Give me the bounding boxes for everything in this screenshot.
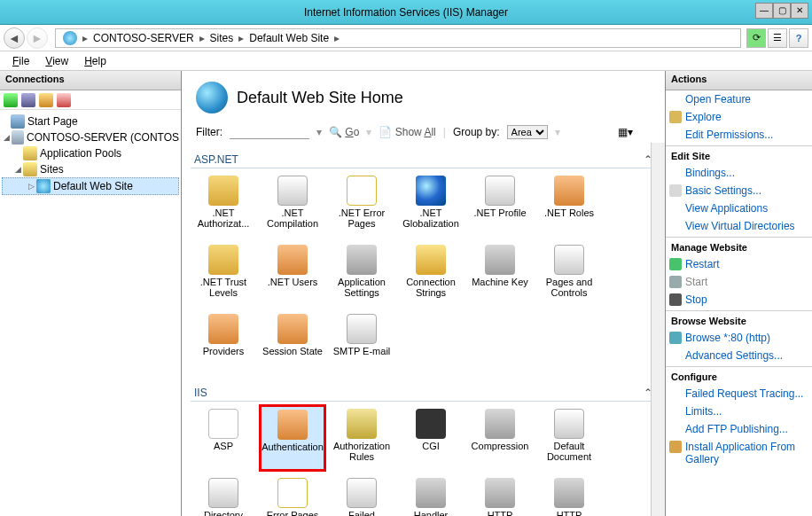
action-browse-80-http[interactable]: Browse *:80 (http)	[666, 329, 812, 347]
chevron-right-icon[interactable]: ▸	[199, 32, 205, 44]
feature-compression[interactable]: Compression	[467, 405, 533, 471]
action-view-applications[interactable]: View Applications	[666, 199, 812, 217]
action-label: Add FTP Publishing...	[685, 423, 788, 435]
actions-header: Actions	[666, 71, 812, 90]
help-button[interactable]: ?	[789, 28, 808, 48]
feature-label: Machine Key	[472, 277, 528, 287]
menu-help[interactable]: Help	[77, 53, 113, 69]
feature-authentication[interactable]: Authentication	[260, 405, 325, 471]
collapse-icon[interactable]: ◢	[2, 133, 12, 142]
open-icon[interactable]	[39, 93, 53, 107]
action-stop[interactable]: Stop	[666, 291, 812, 309]
feature-error-pages[interactable]: Error Pages	[260, 474, 325, 516]
close-button[interactable]: ✕	[791, 3, 808, 19]
action-edit-permissions[interactable]: Edit Permissions...	[666, 126, 812, 144]
feature-net-error-pages[interactable]: .NET Error Pages	[329, 172, 394, 238]
action-label: Start	[685, 276, 707, 288]
breadcrumb[interactable]: ▸ CONTOSO-SERVER ▸ Sites ▸ Default Web S…	[55, 28, 741, 48]
chevron-right-icon[interactable]: ▸	[334, 32, 340, 44]
feature-net-trust-levels[interactable]: .NET Trust Levels	[191, 241, 256, 307]
feature-icon	[416, 478, 446, 508]
view-toggle[interactable]: ▦▾	[618, 126, 633, 138]
collapse-icon[interactable]: ◢	[12, 165, 23, 174]
feature-icon	[347, 409, 377, 439]
action-label: Stop	[685, 293, 707, 306]
feature-icon	[277, 314, 308, 344]
chevron-right-icon[interactable]: ▸	[238, 32, 244, 44]
feature-icon	[554, 176, 584, 206]
feature-label: Error Pages	[267, 510, 319, 516]
tree-app-pools[interactable]: Application Pools	[2, 145, 179, 161]
tree-sites[interactable]: ◢ Sites	[2, 161, 179, 177]
tree-default-web-site[interactable]: ▷ Default Web Site	[2, 177, 179, 195]
show-all-button[interactable]: 📄 Show All	[379, 126, 435, 138]
breadcrumb-sites[interactable]: Sites	[207, 32, 238, 44]
feature-application-settings[interactable]: Application Settings	[329, 241, 394, 307]
action-icon	[669, 258, 682, 270]
feature-smtp-e-mail[interactable]: SMTP E-mail	[329, 310, 394, 376]
tree-start-page[interactable]: Start Page	[2, 113, 179, 129]
chevron-right-icon[interactable]: ▸	[82, 32, 88, 44]
feature-connection-strings[interactable]: Connection Strings	[398, 241, 464, 307]
feature-asp[interactable]: ASP	[191, 405, 256, 471]
action-advanced-settings[interactable]: Advanced Settings...	[666, 347, 812, 364]
feature-label: CGI	[422, 441, 440, 451]
connect-icon[interactable]	[4, 93, 18, 107]
save-icon[interactable]	[21, 93, 35, 107]
action-open-feature[interactable]: Open Feature	[666, 90, 812, 108]
home-icon[interactable]	[59, 31, 81, 45]
feature-http-respon[interactable]: HTTP Respon...	[536, 474, 602, 516]
action-restart[interactable]: Restart	[666, 255, 812, 273]
action-label: Advanced Settings...	[685, 349, 783, 362]
feature-label: Connection Strings	[400, 277, 462, 298]
expand-icon[interactable]: ▷	[26, 182, 36, 191]
menu-file[interactable]: File	[5, 53, 36, 69]
menu-view[interactable]: View	[38, 53, 75, 69]
feature-cgi[interactable]: CGI	[398, 405, 464, 471]
feature-pages-and-controls[interactable]: Pages and Controls	[536, 241, 602, 307]
maximize-button[interactable]: ▢	[773, 3, 791, 19]
feature-failed-request-tra[interactable]: Failed Request Tra...	[329, 474, 394, 516]
action-label: Bindings...	[685, 167, 735, 179]
feature-authorization-rules[interactable]: Authorization Rules	[329, 405, 394, 471]
feature-net-compilation[interactable]: .NET Compilation	[260, 172, 325, 238]
minimize-button[interactable]: —	[755, 3, 773, 19]
feature-machine-key[interactable]: Machine Key	[467, 241, 533, 307]
action-view-virtual-directories[interactable]: View Virtual Directories	[666, 217, 812, 235]
feature-net-users[interactable]: .NET Users	[260, 241, 325, 307]
action-explore[interactable]: Explore	[666, 108, 812, 126]
action-bindings[interactable]: Bindings...	[666, 164, 812, 182]
scrollbar[interactable]	[651, 143, 665, 516]
action-limits[interactable]: Limits...	[666, 403, 812, 420]
action-basic-settings[interactable]: Basic Settings...	[666, 182, 812, 199]
feature-net-profile[interactable]: .NET Profile	[467, 172, 533, 238]
go-button[interactable]: 🔍 Go	[329, 126, 359, 138]
feature-label: .NET Globalization	[400, 207, 462, 229]
action-failed-request-tracing[interactable]: Failed Request Tracing...	[666, 385, 812, 403]
feature-net-authorizat[interactable]: .NET Authorizat...	[191, 172, 256, 238]
connections-header: Connections	[0, 71, 181, 90]
crumb-overflow-button[interactable]: ☰	[768, 28, 787, 48]
feature-handler-mappings[interactable]: Handler Mappings	[398, 474, 464, 516]
feature-directory-browsing[interactable]: Directory Browsing	[191, 474, 256, 516]
back-button[interactable]: ◄	[4, 27, 25, 49]
feature-providers[interactable]: Providers	[191, 310, 256, 376]
group-by-select[interactable]: Area	[507, 125, 548, 139]
breadcrumb-server[interactable]: CONTOSO-SERVER	[90, 32, 198, 44]
section-header[interactable]: IIS⌃	[191, 381, 656, 402]
section-header[interactable]: ASP.NET⌃	[191, 148, 656, 168]
breadcrumb-site[interactable]: Default Web Site	[246, 32, 332, 44]
action-add-ftp-publishing[interactable]: Add FTP Publishing...	[666, 420, 812, 438]
tree-server[interactable]: ◢ CONTOSO-SERVER (CONTOS	[2, 129, 179, 145]
feature-net-globalization[interactable]: .NET Globalization	[398, 172, 464, 238]
refresh-icon[interactable]	[57, 93, 71, 107]
feature-net-roles[interactable]: .NET Roles	[536, 172, 602, 238]
refresh-button[interactable]: ⟳	[746, 28, 766, 48]
feature-label: Authorization Rules	[331, 441, 393, 462]
feature-http-redirect[interactable]: HTTP Redirect	[467, 474, 533, 516]
action-install-application-from-gallery[interactable]: Install Application From Gallery	[666, 438, 812, 468]
filter-input[interactable]	[230, 124, 309, 139]
feature-icon	[347, 176, 377, 206]
feature-session-state[interactable]: Session State	[260, 310, 325, 376]
feature-default-document[interactable]: Default Document	[536, 405, 602, 471]
